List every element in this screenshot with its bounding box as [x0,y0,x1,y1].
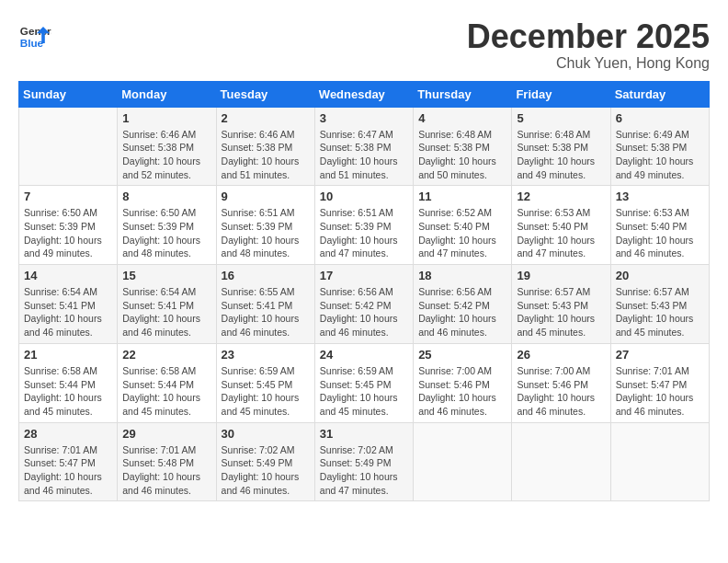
calendar-cell: 26Sunrise: 7:00 AM Sunset: 5:46 PM Dayli… [512,343,610,422]
calendar-cell [414,422,512,501]
calendar-cell: 3Sunrise: 6:47 AM Sunset: 5:38 PM Daylig… [314,107,413,186]
day-number: 11 [418,190,506,203]
day-info: Sunrise: 6:54 AM Sunset: 5:41 PM Dayligh… [122,285,210,339]
day-number: 7 [24,190,112,203]
calendar-cell: 19Sunrise: 6:57 AM Sunset: 5:43 PM Dayli… [512,265,610,344]
calendar-cell: 15Sunrise: 6:54 AM Sunset: 5:41 PM Dayli… [118,265,216,344]
calendar-cell: 11Sunrise: 6:52 AM Sunset: 5:40 PM Dayli… [414,186,512,265]
calendar-cell: 27Sunrise: 7:01 AM Sunset: 5:47 PM Dayli… [610,343,709,422]
day-number: 5 [517,111,605,125]
day-info: Sunrise: 7:01 AM Sunset: 5:47 PM Dayligh… [24,443,112,498]
calendar-cell: 7Sunrise: 6:50 AM Sunset: 5:39 PM Daylig… [19,186,118,265]
day-number: 21 [24,348,112,362]
day-info: Sunrise: 6:59 AM Sunset: 5:45 PM Dayligh… [222,364,310,419]
day-number: 17 [320,269,408,282]
day-number: 14 [24,269,112,282]
day-info: Sunrise: 6:58 AM Sunset: 5:44 PM Dayligh… [122,364,210,419]
day-info: Sunrise: 7:01 AM Sunset: 5:47 PM Dayligh… [616,364,704,419]
day-number: 27 [616,348,704,362]
day-info: Sunrise: 6:53 AM Sunset: 5:40 PM Dayligh… [616,206,704,260]
svg-text:Blue: Blue [20,37,44,49]
month-year: December 2025 [467,18,710,55]
calendar-week-row: 21Sunrise: 6:58 AM Sunset: 5:44 PM Dayli… [19,343,710,422]
day-info: Sunrise: 6:46 AM Sunset: 5:38 PM Dayligh… [122,128,210,182]
calendar-header-row: SundayMondayTuesdayWednesdayThursdayFrid… [19,81,710,107]
day-info: Sunrise: 6:56 AM Sunset: 5:42 PM Dayligh… [418,285,506,339]
calendar-week-row: 1Sunrise: 6:46 AM Sunset: 5:38 PM Daylig… [19,107,710,186]
weekday-header: Tuesday [216,81,314,107]
calendar-table: SundayMondayTuesdayWednesdayThursdayFrid… [18,81,710,502]
day-number: 1 [122,111,210,125]
day-number: 24 [320,348,408,362]
day-info: Sunrise: 6:57 AM Sunset: 5:43 PM Dayligh… [517,285,605,339]
day-number: 13 [616,190,704,203]
day-number: 30 [222,427,310,441]
day-number: 22 [122,348,210,362]
day-info: Sunrise: 7:02 AM Sunset: 5:49 PM Dayligh… [222,443,310,498]
day-number: 19 [517,269,605,282]
day-info: Sunrise: 6:47 AM Sunset: 5:38 PM Dayligh… [320,128,408,182]
day-info: Sunrise: 6:48 AM Sunset: 5:38 PM Dayligh… [517,128,605,182]
weekday-header: Wednesday [314,81,413,107]
day-number: 16 [222,269,310,282]
day-info: Sunrise: 6:50 AM Sunset: 5:39 PM Dayligh… [24,206,112,260]
weekday-header: Friday [512,81,610,107]
calendar-cell: 8Sunrise: 6:50 AM Sunset: 5:39 PM Daylig… [118,186,216,265]
calendar-week-row: 14Sunrise: 6:54 AM Sunset: 5:41 PM Dayli… [19,265,710,344]
day-number: 18 [418,269,506,282]
day-info: Sunrise: 6:52 AM Sunset: 5:40 PM Dayligh… [418,206,506,260]
calendar-cell [19,107,118,186]
day-info: Sunrise: 7:00 AM Sunset: 5:46 PM Dayligh… [418,364,506,419]
day-info: Sunrise: 7:01 AM Sunset: 5:48 PM Dayligh… [122,443,210,498]
day-info: Sunrise: 6:46 AM Sunset: 5:38 PM Dayligh… [222,128,310,182]
logo-icon: General Blue [18,18,51,52]
calendar-cell: 30Sunrise: 7:02 AM Sunset: 5:49 PM Dayli… [216,422,314,501]
calendar-cell: 22Sunrise: 6:58 AM Sunset: 5:44 PM Dayli… [118,343,216,422]
day-info: Sunrise: 6:57 AM Sunset: 5:43 PM Dayligh… [616,285,704,339]
weekday-header: Thursday [414,81,512,107]
page-header: General Blue December 2025 Chuk Yuen, Ho… [18,18,710,72]
day-info: Sunrise: 6:49 AM Sunset: 5:38 PM Dayligh… [616,128,704,182]
calendar-cell: 6Sunrise: 6:49 AM Sunset: 5:38 PM Daylig… [610,107,709,186]
day-number: 23 [222,348,310,362]
day-number: 15 [122,269,210,282]
day-info: Sunrise: 7:02 AM Sunset: 5:49 PM Dayligh… [320,443,408,498]
day-info: Sunrise: 6:56 AM Sunset: 5:42 PM Dayligh… [320,285,408,339]
calendar-cell: 24Sunrise: 6:59 AM Sunset: 5:45 PM Dayli… [314,343,413,422]
day-number: 26 [517,348,605,362]
calendar-cell: 10Sunrise: 6:51 AM Sunset: 5:39 PM Dayli… [314,186,413,265]
calendar-cell: 31Sunrise: 7:02 AM Sunset: 5:49 PM Dayli… [314,422,413,501]
day-info: Sunrise: 6:59 AM Sunset: 5:45 PM Dayligh… [320,364,408,419]
day-number: 12 [517,190,605,203]
calendar-cell [512,422,610,501]
day-number: 25 [418,348,506,362]
calendar-cell: 12Sunrise: 6:53 AM Sunset: 5:40 PM Dayli… [512,186,610,265]
calendar-cell: 17Sunrise: 6:56 AM Sunset: 5:42 PM Dayli… [314,265,413,344]
calendar-cell: 2Sunrise: 6:46 AM Sunset: 5:38 PM Daylig… [216,107,314,186]
calendar-cell: 21Sunrise: 6:58 AM Sunset: 5:44 PM Dayli… [19,343,118,422]
calendar-cell: 20Sunrise: 6:57 AM Sunset: 5:43 PM Dayli… [610,265,709,344]
weekday-header: Monday [118,81,216,107]
day-number: 2 [222,111,310,125]
calendar-cell: 13Sunrise: 6:53 AM Sunset: 5:40 PM Dayli… [610,186,709,265]
day-number: 28 [24,427,112,441]
day-info: Sunrise: 6:51 AM Sunset: 5:39 PM Dayligh… [222,206,310,260]
day-info: Sunrise: 6:55 AM Sunset: 5:41 PM Dayligh… [222,285,310,339]
calendar-cell: 23Sunrise: 6:59 AM Sunset: 5:45 PM Dayli… [216,343,314,422]
calendar-week-row: 28Sunrise: 7:01 AM Sunset: 5:47 PM Dayli… [19,422,710,501]
calendar-cell: 18Sunrise: 6:56 AM Sunset: 5:42 PM Dayli… [414,265,512,344]
day-number: 9 [222,190,310,203]
day-info: Sunrise: 7:00 AM Sunset: 5:46 PM Dayligh… [517,364,605,419]
day-number: 3 [320,111,408,125]
logo: General Blue [18,18,51,52]
calendar-week-row: 7Sunrise: 6:50 AM Sunset: 5:39 PM Daylig… [19,186,710,265]
weekday-header: Sunday [19,81,118,107]
calendar-cell: 16Sunrise: 6:55 AM Sunset: 5:41 PM Dayli… [216,265,314,344]
calendar-cell: 29Sunrise: 7:01 AM Sunset: 5:48 PM Dayli… [118,422,216,501]
calendar-cell: 14Sunrise: 6:54 AM Sunset: 5:41 PM Dayli… [19,265,118,344]
day-info: Sunrise: 6:58 AM Sunset: 5:44 PM Dayligh… [24,364,112,419]
day-number: 4 [418,111,506,125]
day-info: Sunrise: 6:53 AM Sunset: 5:40 PM Dayligh… [517,206,605,260]
day-number: 31 [320,427,408,441]
day-number: 8 [122,190,210,203]
